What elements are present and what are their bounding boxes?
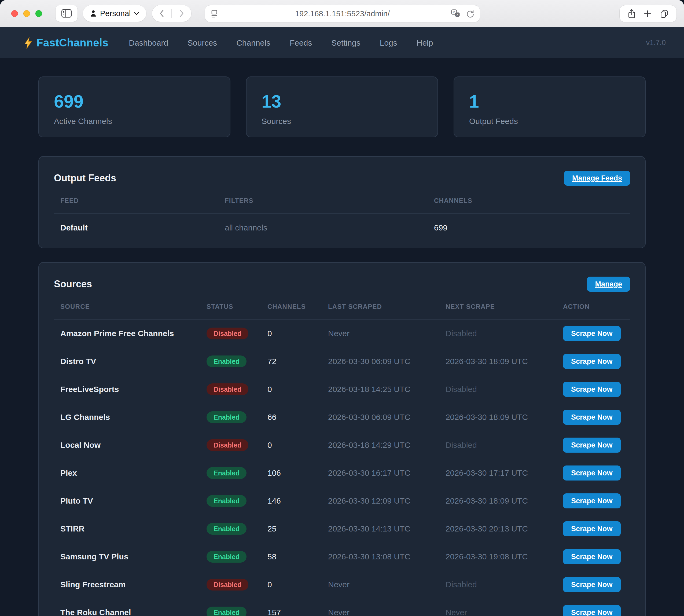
next-scrape: 2026-03-30 20:13 UTC — [439, 524, 557, 533]
column-header: ACTION — [557, 303, 630, 310]
last-scraped: 2026-03-18 14:25 UTC — [322, 385, 439, 394]
zoom-window-button[interactable] — [36, 10, 42, 17]
channel-count: 58 — [261, 552, 322, 561]
channel-count: 66 — [261, 413, 322, 422]
stat-label: Sources — [262, 117, 422, 126]
channel-count: 25 — [261, 524, 322, 533]
action-cell: Scrape Now — [563, 521, 621, 536]
nav-item-logs[interactable]: Logs — [380, 38, 397, 47]
status-badge: Enabled — [206, 551, 246, 563]
url-text[interactable]: 192.168.1.151:5523/admin/ — [205, 9, 480, 18]
source-name: Plex — [54, 468, 200, 478]
status-badge: Disabled — [206, 383, 248, 395]
feed-channel-count: 699 — [427, 223, 630, 232]
last-scraped: 2026-03-30 06:09 UTC — [322, 357, 439, 366]
source-row: Distro TVEnabled722026-03-30 06:09 UTC20… — [54, 348, 630, 375]
stat-cards: 699Active Channels13Sources1Output Feeds — [38, 76, 646, 137]
feeds-table-body: Defaultall channels699 — [54, 214, 630, 232]
stat-card: 699Active Channels — [38, 76, 230, 137]
nav-item-settings[interactable]: Settings — [331, 38, 360, 47]
last-scraped: Never — [322, 329, 439, 338]
svg-text:x: x — [457, 13, 458, 16]
next-scrape: Disabled — [439, 385, 557, 394]
scrape-now-button[interactable]: Scrape Now — [563, 438, 621, 453]
close-window-button[interactable] — [11, 10, 18, 17]
back-button[interactable] — [152, 5, 171, 22]
address-bar[interactable]: 192.168.1.151:5523/admin/ A x — [205, 5, 480, 22]
source-row: Samsung TV PlusEnabled582026-03-30 13:08… — [54, 543, 630, 571]
share-icon[interactable] — [628, 8, 636, 19]
nav-item-help[interactable]: Help — [417, 38, 433, 47]
scrape-now-button[interactable]: Scrape Now — [563, 493, 621, 508]
nav-item-sources[interactable]: Sources — [187, 38, 217, 47]
last-scraped: 2026-03-30 12:09 UTC — [322, 496, 439, 505]
sidebar-toggle-icon — [61, 9, 72, 18]
forward-button[interactable] — [172, 5, 191, 22]
status-badge: Disabled — [206, 579, 248, 591]
source-name: Distro TV — [54, 357, 200, 366]
source-name: Samsung TV Plus — [54, 552, 200, 561]
history-nav — [152, 5, 191, 22]
feeds-table-header: FEEDFILTERSCHANNELS — [54, 197, 630, 214]
status-badge: Disabled — [206, 439, 248, 451]
last-scraped: 2026-03-30 06:09 UTC — [322, 413, 439, 422]
scrape-now-button[interactable]: Scrape Now — [563, 410, 621, 425]
tabs-icon[interactable] — [660, 9, 669, 18]
scrape-now-button[interactable]: Scrape Now — [563, 521, 621, 536]
nav-item-feeds[interactable]: Feeds — [290, 38, 312, 47]
toolbar-right-cluster — [620, 5, 677, 22]
manage-feeds-button[interactable]: Manage Feeds — [564, 171, 630, 186]
channel-count: 146 — [261, 496, 322, 505]
action-cell: Scrape Now — [563, 493, 621, 508]
nav-item-channels[interactable]: Channels — [236, 38, 270, 47]
stat-card: 13Sources — [246, 76, 438, 137]
column-header: LAST SCRAPED — [322, 303, 439, 310]
status-badge: Enabled — [206, 607, 246, 616]
reload-icon[interactable] — [466, 9, 475, 18]
new-tab-icon[interactable] — [643, 10, 652, 18]
scrape-now-button[interactable]: Scrape Now — [563, 549, 621, 564]
manage-sources-button[interactable]: Manage — [587, 277, 630, 292]
scrape-now-button[interactable]: Scrape Now — [563, 354, 621, 369]
action-cell: Scrape Now — [563, 410, 621, 425]
next-scrape: Disabled — [439, 580, 557, 589]
nav-item-dashboard[interactable]: Dashboard — [129, 38, 168, 47]
channel-count: 0 — [261, 385, 322, 394]
scrape-now-button[interactable]: Scrape Now — [563, 382, 621, 397]
action-cell: Scrape Now — [563, 605, 621, 616]
sources-table-body: Amazon Prime Free ChannelsDisabled0Never… — [54, 320, 630, 616]
last-scraped: 2026-03-30 13:08 UTC — [322, 552, 439, 561]
source-name: Local Now — [54, 441, 200, 450]
source-name: Pluto TV — [54, 496, 200, 505]
profile-button[interactable]: Personal — [83, 5, 146, 22]
scrape-now-button[interactable]: Scrape Now — [563, 605, 621, 616]
source-row: LG ChannelsEnabled662026-03-30 06:09 UTC… — [54, 403, 630, 431]
status-badge: Enabled — [206, 523, 246, 535]
channel-count: 0 — [261, 441, 322, 450]
sidebar-toggle-button[interactable] — [56, 5, 78, 22]
scrape-now-button[interactable]: Scrape Now — [563, 326, 621, 341]
feed-filters: all channels — [218, 223, 427, 232]
output-feeds-title: Output Feeds — [54, 172, 116, 184]
source-name: LG Channels — [54, 413, 200, 422]
feed-name: Default — [54, 223, 218, 232]
channel-count: 0 — [261, 580, 322, 589]
output-feeds-panel: Output Feeds Manage Feeds FEEDFILTERSCHA… — [38, 156, 646, 248]
profile-label: Personal — [100, 9, 131, 18]
brand[interactable]: FastChannels — [24, 37, 108, 49]
source-name: The Roku Channel — [54, 608, 200, 616]
source-row: STIRREnabled252026-03-30 14:13 UTC2026-0… — [54, 515, 630, 543]
stat-value: 699 — [54, 92, 215, 110]
channel-count: 0 — [261, 329, 322, 338]
stat-label: Active Channels — [54, 117, 215, 126]
person-icon — [90, 10, 97, 17]
column-header: CHANNELS — [427, 197, 630, 204]
minimize-window-button[interactable] — [23, 10, 30, 17]
source-row: PlexEnabled1062026-03-30 16:17 UTC2026-0… — [54, 459, 630, 487]
reader-icon[interactable] — [210, 9, 218, 18]
translate-icon[interactable]: A x — [451, 9, 461, 18]
next-scrape: 2026-03-30 19:08 UTC — [439, 552, 557, 561]
column-header: SOURCE — [54, 303, 200, 310]
scrape-now-button[interactable]: Scrape Now — [563, 577, 621, 592]
scrape-now-button[interactable]: Scrape Now — [563, 465, 621, 481]
